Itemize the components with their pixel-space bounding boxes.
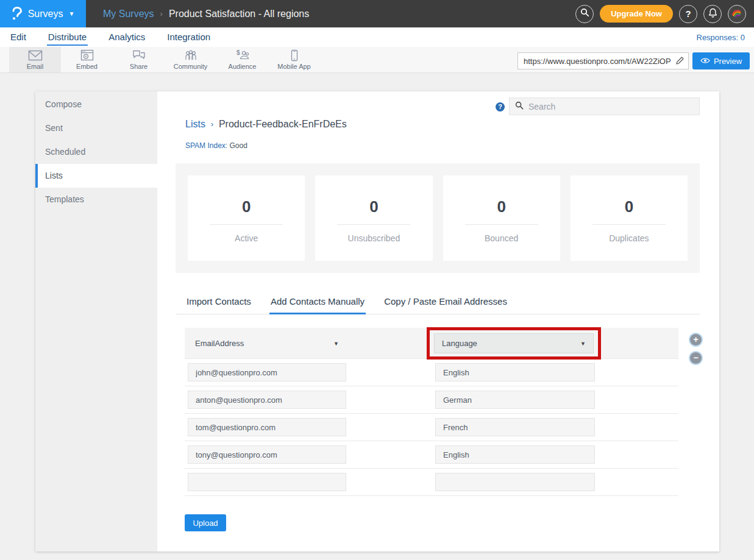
stat-card-duplicates[interactable]: 0 Duplicates [571, 175, 688, 261]
table-row [185, 414, 678, 441]
email-input[interactable] [188, 363, 346, 381]
stat-divider [337, 224, 410, 225]
search-icon [515, 101, 524, 112]
toolbar-item-embed[interactable]: Embed [61, 47, 113, 73]
stat-label: Unsubscribed [315, 233, 432, 243]
toolbar-item-label: Share [130, 63, 148, 70]
stat-card-bounced[interactable]: 0 Bounced [443, 175, 560, 261]
language-input[interactable] [435, 391, 595, 409]
responses-count[interactable]: Responses: 0 [697, 33, 745, 42]
table-row [185, 441, 678, 469]
tab-analytics[interactable]: Analytics [107, 29, 146, 46]
add-row-button[interactable]: + [690, 334, 702, 346]
survey-nav-tabs: Edit Distribute Analytics Integration Re… [0, 27, 754, 47]
toolbar-item-email[interactable]: Email [9, 47, 61, 73]
breadcrumb-separator: › [160, 9, 163, 18]
email-sidebar: Compose Sent Scheduled Lists Templates [35, 91, 157, 551]
table-row [185, 359, 678, 386]
chevron-down-icon: ▼ [333, 341, 339, 347]
chevron-down-icon: ▼ [580, 341, 586, 347]
help-button[interactable]: ? [679, 5, 697, 23]
notifications-button[interactable] [703, 5, 722, 23]
avatar-rainbow-logo-icon [731, 8, 742, 20]
language-input[interactable] [435, 418, 595, 436]
tab-copy-paste-email[interactable]: Copy / Paste Email Addresses [383, 292, 508, 314]
tab-import-contacts[interactable]: Import Contacts [185, 292, 252, 314]
language-column-select[interactable]: Language ▼ [434, 333, 594, 353]
tab-add-contacts-manually[interactable]: Add Contacts Manually [269, 292, 366, 314]
preview-button[interactable]: Preview [692, 52, 750, 69]
survey-url-field-wrap [517, 52, 689, 69]
contacts-tabs: Import Contacts Add Contacts Manually Co… [176, 292, 700, 314]
tab-integration[interactable]: Integration [166, 29, 212, 46]
stat-label: Active [188, 233, 305, 243]
breadcrumb-lists-link[interactable]: Lists [185, 119, 205, 130]
tab-distribute[interactable]: Distribute [47, 29, 88, 46]
email-column-select[interactable]: EmailAddress ▼ [188, 334, 346, 353]
toolbar-item-mobile-app[interactable]: Mobile App [268, 47, 320, 73]
sidebar-item-lists[interactable]: Lists [35, 164, 157, 188]
list-stats: 0 Active 0 Unsubscribed 0 Bounced 0 Dupl… [176, 163, 700, 273]
preview-label: Preview [714, 57, 742, 66]
help-icon: ? [685, 9, 691, 19]
surveys-product-menu[interactable]: Surveys ▼ [0, 0, 86, 27]
upload-button[interactable]: Upload [185, 514, 226, 531]
svg-text:$: $ [237, 49, 240, 56]
language-input[interactable] [435, 363, 595, 381]
upgrade-now-button[interactable]: Upgrade Now [600, 5, 673, 23]
stat-value: 0 [443, 197, 560, 216]
email-input[interactable] [188, 391, 346, 409]
breadcrumb-survey-title: Product Satisfaction - All regions [169, 9, 309, 19]
toolbar-item-community[interactable]: Community [165, 47, 216, 73]
stat-card-active[interactable]: 0 Active [188, 175, 305, 261]
breadcrumb-list-name: Product-Feedback-EnFrDeEs [219, 119, 347, 130]
stat-divider [210, 224, 283, 225]
toolbar-item-label: Community [174, 63, 208, 70]
topbar-actions: Upgrade Now ? [575, 5, 754, 23]
email-input[interactable] [188, 418, 346, 436]
avatar[interactable] [728, 5, 746, 23]
search-button[interactable] [575, 5, 594, 23]
edit-pencil-icon[interactable] [675, 56, 685, 68]
toolbar-item-label: Mobile App [277, 63, 310, 70]
toolbar-item-label: Email [27, 63, 44, 70]
stat-divider [592, 224, 666, 225]
context-help-icon[interactable]: ? [496, 102, 505, 112]
language-column-highlight: Language ▼ [427, 327, 601, 360]
language-input[interactable] [435, 473, 595, 491]
table-row [185, 469, 678, 496]
distribute-toolbar: Email Embed Share Community $ Audience M… [0, 47, 754, 73]
eye-icon [700, 57, 710, 66]
sidebar-item-templates[interactable]: Templates [35, 188, 157, 211]
table-row [185, 386, 678, 414]
toolbar-item-audience[interactable]: $ Audience [216, 47, 268, 73]
breadcrumb-my-surveys[interactable]: My Surveys [103, 9, 154, 19]
remove-row-button[interactable]: − [690, 352, 702, 364]
sidebar-item-compose[interactable]: Compose [35, 93, 157, 116]
tab-edit[interactable]: Edit [9, 29, 27, 46]
email-input[interactable] [188, 473, 346, 491]
stat-value: 0 [188, 197, 305, 216]
embed-browser-icon [80, 49, 94, 62]
contacts-table: EmailAddress ▼ Language ▼ [185, 328, 678, 496]
dollar-people-icon: $ [235, 49, 251, 62]
stat-card-unsubscribed[interactable]: 0 Unsubscribed [315, 175, 432, 261]
language-input[interactable] [435, 445, 595, 464]
envelope-icon [27, 49, 43, 62]
stat-value: 0 [315, 197, 432, 216]
stat-divider [465, 224, 538, 225]
sidebar-item-scheduled[interactable]: Scheduled [35, 140, 157, 164]
survey-url-input[interactable] [517, 52, 689, 69]
list-breadcrumb: Lists › Product-Feedback-EnFrDeEs [185, 119, 347, 130]
language-column-label: Language [442, 339, 477, 348]
toolbar-item-label: Audience [229, 63, 257, 70]
toolbar-item-share[interactable]: Share [113, 47, 165, 73]
email-input[interactable] [188, 445, 346, 464]
stat-value: 0 [571, 197, 688, 216]
sidebar-item-sent[interactable]: Sent [35, 116, 157, 140]
contacts-table-header: EmailAddress ▼ Language ▼ [185, 328, 678, 359]
spam-index-value: Good [229, 141, 247, 150]
list-detail-content: ? Lists › Product-Feedback-EnFrDeEs SPAM… [157, 91, 719, 551]
search-input[interactable] [528, 102, 694, 112]
people-group-icon [183, 49, 199, 62]
